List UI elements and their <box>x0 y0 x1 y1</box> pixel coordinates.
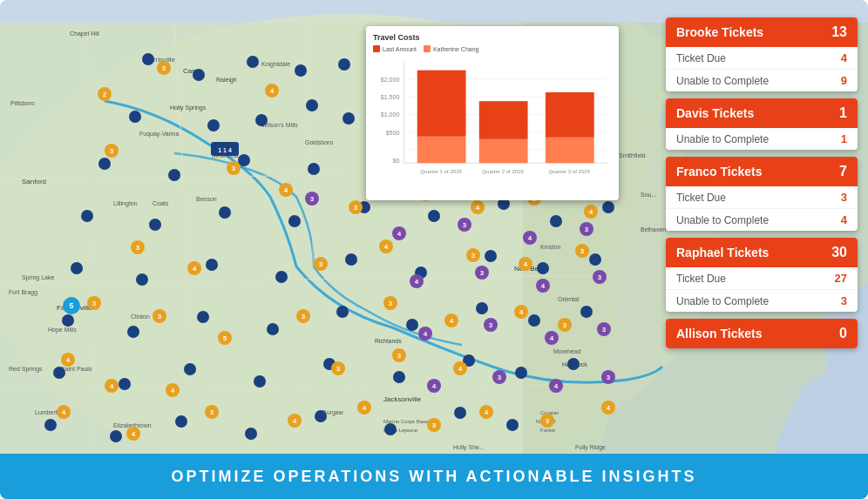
svg-text:Oriental: Oriental <box>558 296 580 302</box>
svg-point-251 <box>597 322 611 336</box>
svg-text:3: 3 <box>546 417 550 425</box>
svg-point-131 <box>157 61 171 75</box>
svg-point-253 <box>427 379 441 393</box>
svg-text:3: 3 <box>158 313 162 320</box>
svg-text:4: 4 <box>66 356 71 364</box>
raphael-ticket-header: Raphael Tickets 30 <box>666 238 858 267</box>
svg-point-130 <box>506 419 519 431</box>
svg-text:3: 3 <box>302 313 306 320</box>
svg-point-261 <box>63 297 80 314</box>
svg-text:3: 3 <box>92 300 97 307</box>
svg-text:4: 4 <box>193 265 197 273</box>
svg-point-203 <box>349 200 363 214</box>
svg-rect-277 <box>417 137 466 163</box>
svg-text:National: National <box>536 419 555 424</box>
svg-point-127 <box>315 410 327 422</box>
franco-ticket-card: Franco Tickets 7 Ticket Due 3 Unable to … <box>666 157 858 231</box>
brooke-ticket-utc-row: Unable to Complete 9 <box>666 70 858 91</box>
svg-text:3: 3 <box>585 226 589 233</box>
svg-text:New Bern: New Bern <box>514 265 545 273</box>
svg-text:Sou...: Sou... <box>641 192 656 198</box>
svg-text:3: 3 <box>136 244 140 252</box>
raphael-ticket-due-label: Ticket Due <box>676 273 726 285</box>
svg-text:Fort Bragg: Fort Bragg <box>9 289 37 296</box>
franco-ticket-name: Franco Tickets <box>676 165 763 179</box>
svg-text:Marine Corps Base: Marine Corps Base <box>383 419 429 424</box>
svg-point-117 <box>254 375 266 388</box>
svg-point-126 <box>245 428 257 440</box>
svg-text:3: 3 <box>319 260 323 268</box>
raphael-ticket-utc-row: Unable to Complete 3 <box>666 290 858 312</box>
main-container: Morrisville Cary Raleigh Knightdale Pitt… <box>0 0 868 499</box>
svg-text:$0: $0 <box>393 158 400 165</box>
davis-ticket-header: Davis Tickets 1 <box>666 98 858 128</box>
davis-ticket-count: 1 <box>839 105 847 121</box>
svg-point-108 <box>267 323 279 335</box>
legend-dot-2 <box>424 45 431 52</box>
svg-point-112 <box>528 314 540 327</box>
svg-text:4: 4 <box>424 330 428 338</box>
svg-point-71 <box>255 114 268 126</box>
svg-point-56 <box>247 56 259 68</box>
svg-text:Forest: Forest <box>540 428 555 433</box>
svg-rect-281 <box>546 138 594 163</box>
svg-text:3: 3 <box>110 147 114 155</box>
svg-text:3: 3 <box>471 252 476 260</box>
raphael-ticket-card: Raphael Tickets 30 Ticket Due 27 Unable … <box>666 238 858 312</box>
raphael-ticket-due-row: Ticket Due 27 <box>666 267 858 290</box>
svg-text:3: 3 <box>389 300 393 307</box>
svg-point-231 <box>458 218 471 232</box>
svg-text:Quarter 3 of 2025: Quarter 3 of 2025 <box>548 168 590 174</box>
svg-point-191 <box>558 318 572 332</box>
svg-point-73 <box>342 112 355 125</box>
svg-text:Saint Pauls: Saint Pauls <box>61 366 92 372</box>
bottom-banner: OPTIMIZE OPERATIONS WITH ACTIONABLE INSI… <box>0 454 868 499</box>
franco-ticket-due-row: Ticket Due 3 <box>666 186 858 209</box>
svg-point-99 <box>275 271 288 283</box>
svg-point-122 <box>567 358 580 370</box>
svg-rect-263 <box>211 142 239 156</box>
svg-line-3 <box>0 175 349 179</box>
svg-point-72 <box>306 99 318 111</box>
svg-text:4: 4 <box>270 87 275 95</box>
svg-text:3: 3 <box>463 221 467 229</box>
svg-point-137 <box>105 144 119 158</box>
svg-text:Kinston: Kinston <box>540 244 560 250</box>
svg-line-6 <box>0 275 610 284</box>
svg-text:Camp Lejeune: Camp Lejeune <box>383 428 418 433</box>
davis-ticket-utc-value: 1 <box>841 132 847 145</box>
brooke-ticket-name: Brooke Tickets <box>676 25 763 39</box>
svg-point-91 <box>358 201 370 213</box>
svg-text:Smithfield: Smithfield <box>619 152 646 158</box>
svg-text:4: 4 <box>62 408 66 416</box>
svg-point-120 <box>463 354 475 367</box>
svg-text:3: 3 <box>489 321 493 329</box>
svg-point-92 <box>428 210 440 222</box>
svg-point-229 <box>392 226 406 240</box>
svg-text:4: 4 <box>485 408 489 416</box>
svg-point-235 <box>580 222 593 236</box>
svg-text:Holly Springs: Holly Springs <box>170 105 207 111</box>
legend-dot-1 <box>373 45 380 52</box>
svg-point-249 <box>545 331 559 345</box>
raphael-ticket-due-value: 27 <box>835 272 847 285</box>
svg-point-189 <box>514 305 528 319</box>
svg-text:Sanford: Sanford <box>22 178 46 185</box>
svg-point-80 <box>168 169 180 181</box>
svg-point-179 <box>392 348 406 362</box>
svg-point-181 <box>453 361 467 375</box>
svg-point-245 <box>418 327 432 341</box>
svg-point-115 <box>119 378 131 390</box>
svg-text:Holly She...: Holly She... <box>453 444 485 451</box>
svg-text:Morrisville: Morrisville <box>144 56 176 64</box>
svg-rect-282 <box>546 92 594 138</box>
svg-rect-279 <box>479 139 528 163</box>
svg-point-247 <box>484 318 498 332</box>
svg-point-97 <box>136 273 148 286</box>
allison-ticket-name: Allison Tickets <box>676 327 763 341</box>
franco-ticket-utc-row: Unable to Complete 4 <box>666 209 858 231</box>
brooke-ticket-utc-label: Unable to Complete <box>676 75 769 87</box>
svg-text:$1,500: $1,500 <box>381 94 400 101</box>
chart-legend: Last Amount Katherine Chang <box>373 45 612 52</box>
franco-ticket-utc-label: Unable to Complete <box>676 214 769 226</box>
